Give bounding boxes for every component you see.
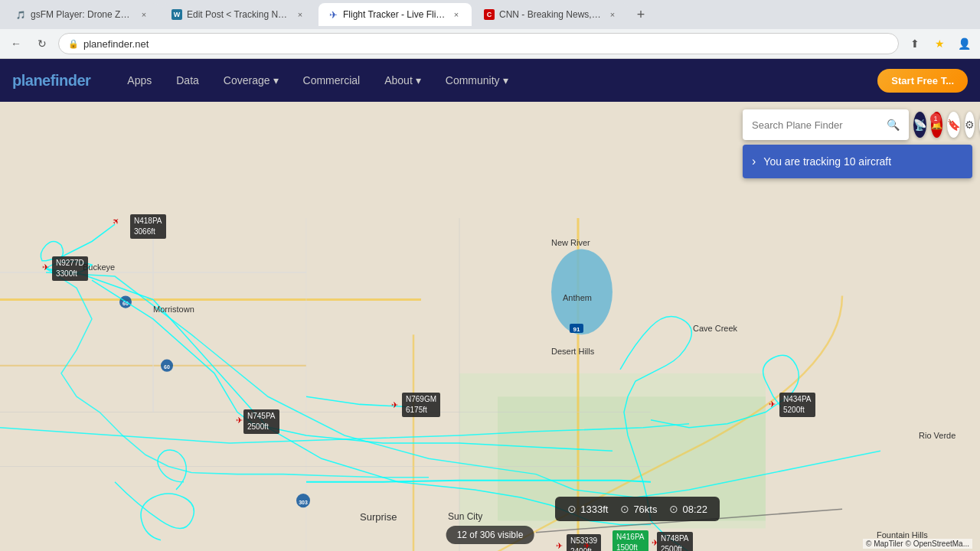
altitude-info: ⊙ 1333ft [567,503,608,515]
tab-close-planefinder[interactable]: × [450,8,462,21]
coverage-dropdown-icon: ▾ [273,74,279,86]
tab-title-gsafm: gsFM Player: Drone Zo... [31,9,133,20]
aircraft-icon-n53339: ✈ [556,541,563,551]
nav-item-community[interactable]: Community ▾ [433,59,521,102]
tab-cnn[interactable]: C CNN - Breaking News, Lat... × [475,3,628,26]
profile-button[interactable]: 👤 [954,34,974,54]
map-attribution: © MapTiler © OpenStreetMa... [863,539,972,549]
bookmark-icon-button[interactable]: 🔖 [947,112,960,138]
nav-logo[interactable]: planefinder [12,72,90,90]
community-dropdown-icon: ▾ [503,74,508,86]
tab-favicon-wordpress: W [172,9,182,20]
alert-icon-button[interactable]: 🔔 1 [931,112,942,138]
logo-prefix: plane [12,72,51,89]
back-button[interactable]: ← [6,34,26,54]
tab-close-cnn[interactable]: × [606,8,619,21]
speed-icon: ⊙ [620,503,629,515]
tab-favicon-cnn: C [484,9,495,20]
aircraft-icon-n748pa-second: ✈ [583,541,590,551]
app-wrapper: planefinder Apps Data Coverage ▾ Commerc… [0,59,980,551]
logo-suffix: finder [51,72,91,89]
flight-info-panel: ⊙ 1333ft ⊙ 76kts ⊙ 08:22 [555,497,720,521]
tab-close-gsafm[interactable]: × [138,8,150,21]
search-input[interactable] [752,119,880,131]
tab-favicon-gsafm: 🎵 [15,9,26,20]
new-tab-button[interactable]: + [631,5,651,24]
gear-icon: ⚙ [965,119,975,131]
start-free-button[interactable]: Start Free T... [877,69,968,93]
url-text: planefinder.net [83,38,889,50]
tab-wordpress[interactable]: W Edit Post < Tracking Nazi... × [162,3,315,26]
search-panel: 🔍 📡 🔔 1 🔖 ⚙ ⋯ › [743,109,972,178]
lock-icon: 🔒 [68,39,79,49]
altitude-value: 1333ft [580,504,608,515]
about-dropdown-icon: ▾ [416,74,421,86]
time-info: ⊙ 08:22 [669,503,707,515]
tab-gsafm[interactable]: 🎵 gsFM Player: Drone Zo... × [6,3,159,26]
url-box[interactable]: 🔒 planefinder.net [58,33,899,54]
nav-item-coverage[interactable]: Coverage ▾ [211,59,291,102]
tab-title-cnn: CNN - Breaking News, Lat... [499,9,602,20]
tab-favicon-planefinder: ✈ [328,9,338,20]
navbar: planefinder Apps Data Coverage ▾ Commerc… [0,59,980,102]
tab-title-planefinder: Flight Tracker - Live Flight [343,9,446,20]
nav-item-apps[interactable]: Apps [115,59,164,102]
tracking-message: You are tracking 10 aircraft [763,155,891,168]
speed-value: 76kts [633,504,657,515]
tracking-bar[interactable]: › You are tracking 10 aircraft [743,145,972,178]
time-value: 08:22 [682,504,707,515]
toolbar-actions: ⬆ ★ 👤 [905,34,974,54]
tab-bar: 🎵 gsFM Player: Drone Zo... × W Edit Post… [0,0,980,29]
share-button[interactable]: ⬆ [905,34,925,54]
tab-close-wordpress[interactable]: × [294,8,306,21]
tab-planefinder[interactable]: ✈ Flight Tracker - Live Flight × [318,3,472,26]
map-container[interactable]: 91 60 60 303 [0,102,980,551]
location-icon-button[interactable]: 📡 [913,112,926,138]
speed-info: ⊙ 76kts [620,503,657,515]
tracking-arrow-icon: › [752,155,756,168]
settings-icon-button[interactable]: ⚙ [965,112,975,138]
aircraft-icon-n416pa: ✈ [652,538,658,548]
nav-item-commercial[interactable]: Commercial [291,59,373,102]
location-icon: 📡 [913,119,926,131]
refresh-button[interactable]: ↻ [32,34,52,54]
tab-title-wordpress: Edit Post < Tracking Nazi... [187,9,289,20]
alert-badge: 1 [930,113,941,124]
aircraft-icon-n745pa: ✈ [236,416,243,425]
bookmark-icon: 🔖 [947,119,960,131]
nav-item-about[interactable]: About ▾ [372,59,433,102]
altitude-icon: ⊙ [567,503,577,515]
aircraft-icon-n769gm: ✈ [391,400,398,410]
aircraft-icon-n9277d: ✈ [42,262,49,272]
search-bar[interactable]: 🔍 [743,109,909,140]
aircraft-icon-n434pa: ✈ [769,399,776,409]
bookmark-button[interactable]: ★ [929,34,949,54]
address-bar: ← ↻ 🔒 planefinder.net ⬆ ★ 👤 [0,29,980,58]
time-icon: ⊙ [669,503,678,515]
nav-item-data[interactable]: Data [164,59,211,102]
search-icon-button[interactable]: 🔍 [887,119,900,131]
browser-chrome: 🎵 gsFM Player: Drone Zo... × W Edit Post… [0,0,980,59]
visible-count-badge: 12 of 306 visible [446,526,534,544]
